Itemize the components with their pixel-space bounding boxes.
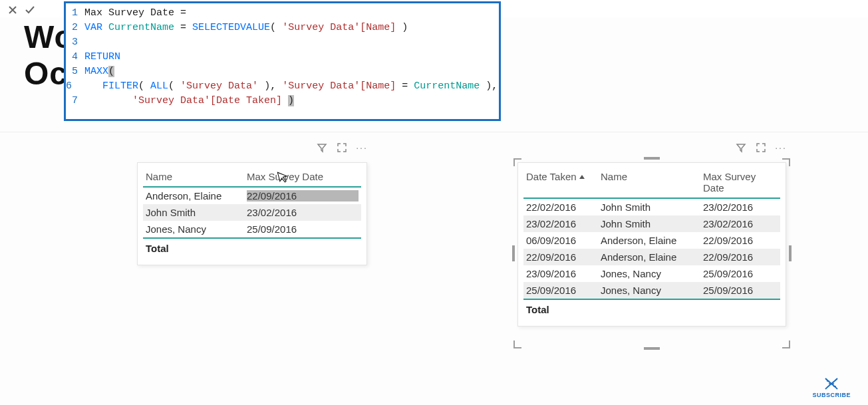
table-header[interactable]: NameMax Survey Date (143, 167, 361, 188)
cell: 23/02/2016 (703, 202, 778, 213)
code-line: 1Max Survey Date = (66, 6, 494, 21)
cell: 22/09/2016 (526, 251, 601, 263)
column-header[interactable]: Max Survey Date (247, 171, 359, 182)
cancel-formula-button[interactable] (4, 3, 21, 17)
cell: 22/09/2016 (703, 235, 778, 246)
table-row[interactable]: Anderson, Elaine22/09/2016 (143, 188, 361, 204)
code-text: 'Survey Data'[Date Taken] ) (84, 94, 294, 108)
code-line: 5MAXX( (66, 65, 494, 79)
line-number: 6 (66, 79, 72, 94)
line-number: 1 (66, 6, 78, 21)
cell: 22/09/2016 (703, 251, 778, 263)
check-icon (24, 4, 36, 16)
cell: 23/02/2016 (703, 218, 778, 229)
table-row[interactable]: Jones, Nancy25/09/2016 (143, 221, 361, 237)
table-total-row: Total (143, 237, 361, 258)
dax-formula-editor[interactable]: 1Max Survey Date =2VAR CurrentName = SEL… (64, 1, 501, 121)
table-row[interactable]: 22/02/2016John Smith23/02/2016 (523, 199, 780, 215)
column-header[interactable]: Max Survey Date (703, 171, 778, 194)
cell: 25/09/2016 (247, 223, 359, 235)
horizontal-divider (0, 132, 868, 132)
table-row[interactable]: 06/09/2016Anderson, Elaine22/09/2016 (523, 232, 780, 249)
cell: Jones, Nancy (601, 268, 703, 279)
commit-formula-button[interactable] (21, 3, 39, 17)
code-text: Max Survey Date = (84, 6, 186, 21)
cell: 23/02/2016 (526, 218, 601, 229)
code-line: 3 (66, 35, 494, 50)
line-number: 7 (66, 94, 78, 108)
column-header[interactable]: Date Taken (526, 171, 601, 194)
cell: 25/09/2016 (703, 285, 778, 296)
cell: Anderson, Elaine (601, 251, 703, 263)
code-text: VAR CurrentName = SELECTEDVALUE( 'Survey… (84, 21, 408, 35)
focus-mode-icon[interactable] (337, 142, 347, 153)
cell: Jones, Nancy (601, 285, 703, 296)
line-number: 5 (66, 65, 78, 79)
column-header[interactable]: Name (146, 171, 247, 182)
more-options-icon[interactable]: ··· (357, 142, 367, 153)
more-options-icon[interactable]: ··· (776, 142, 786, 153)
code-line: 6 FILTER( ALL( 'Survey Data' ), 'Survey … (66, 79, 494, 94)
line-number: 4 (66, 50, 78, 65)
visual-toolbar: ··· (317, 142, 367, 153)
table-visual-detail[interactable]: ··· Date TakenNameMax Survey Date22/02/2… (517, 162, 786, 327)
table-header[interactable]: Date TakenNameMax Survey Date (523, 167, 780, 199)
line-number: 3 (66, 35, 78, 50)
table-row[interactable]: 23/02/2016John Smith23/02/2016 (523, 215, 780, 232)
code-line: 4RETURN (66, 50, 494, 65)
subscribe-badge[interactable]: SUBSCRIBE (812, 377, 851, 398)
cell: John Smith (601, 218, 703, 229)
code-text: MAXX( (84, 65, 114, 79)
cell: Anderson, Elaine (601, 235, 703, 246)
cell: Anderson, Elaine (146, 190, 247, 202)
table-row[interactable]: 23/09/2016Jones, Nancy25/09/2016 (523, 265, 780, 282)
code-line: 2VAR CurrentName = SELECTEDVALUE( 'Surve… (66, 21, 494, 35)
column-header[interactable]: Name (601, 171, 703, 194)
table-row[interactable]: 25/09/2016Jones, Nancy25/09/2016 (523, 282, 780, 299)
code-line: 7 'Survey Data'[Date Taken] ) (66, 94, 494, 108)
focus-mode-icon[interactable] (756, 142, 766, 153)
cell: 23/02/2016 (247, 207, 359, 218)
cell: John Smith (601, 202, 703, 213)
cell: 22/09/2016 (247, 190, 359, 202)
filter-icon[interactable] (317, 142, 327, 153)
cell: 22/02/2016 (526, 202, 601, 213)
cell: 06/09/2016 (526, 235, 601, 246)
cell: John Smith (146, 207, 247, 218)
table-row[interactable]: 22/09/2016Anderson, Elaine22/09/2016 (523, 249, 780, 265)
cell: 25/09/2016 (526, 285, 601, 296)
cell: Jones, Nancy (146, 223, 247, 235)
table-total-row: Total (523, 299, 780, 319)
visual-toolbar: ··· (736, 142, 786, 153)
line-number: 2 (66, 21, 78, 35)
cell: 25/09/2016 (703, 268, 778, 279)
close-icon (7, 5, 18, 15)
cell: 23/09/2016 (526, 268, 601, 279)
code-text: RETURN (84, 50, 120, 65)
table-row[interactable]: John Smith23/02/2016 (143, 204, 361, 221)
code-text: FILTER( ALL( 'Survey Data' ), 'Survey Da… (78, 79, 498, 94)
dna-icon (823, 377, 840, 390)
table-visual-summary[interactable]: ··· NameMax Survey DateAnderson, Elaine2… (137, 162, 367, 265)
subscribe-label: SUBSCRIBE (812, 392, 851, 398)
filter-icon[interactable] (736, 142, 746, 153)
